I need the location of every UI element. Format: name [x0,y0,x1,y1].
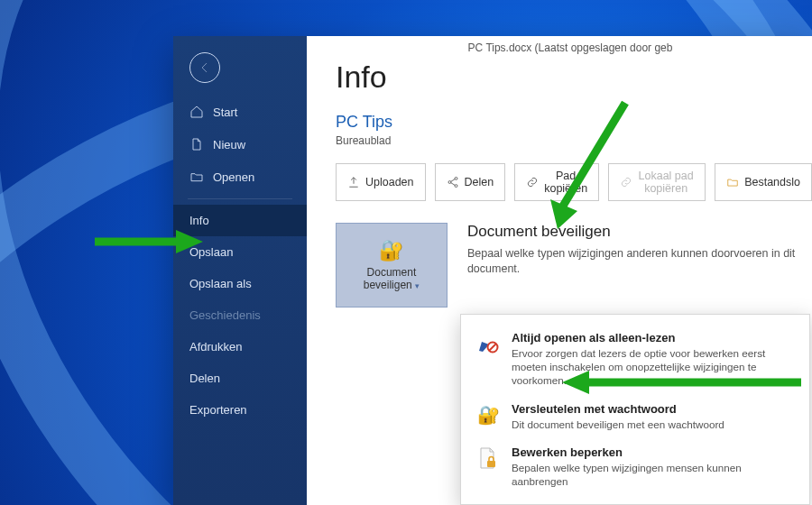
share-button[interactable]: Delen [435,163,506,201]
menu-item-restrict[interactable]: Bewerken beperken Bepalen welke typen wi… [461,438,809,495]
upload-icon [347,176,360,188]
folder-open-icon [189,170,204,184]
sidebar-item-label: Geschiedenis [189,308,261,322]
pen-prohibit-icon [475,331,501,356]
link-icon [620,176,632,188]
sidebar-item-open[interactable]: Openen [173,161,307,193]
menu-item-title: Bewerken beperken [512,445,795,459]
sidebar-item-saveas[interactable]: Opslaan als [173,268,307,299]
info-panel: Info PC Tips Bureaublad Uploaden Delen P… [307,36,812,505]
sidebar-item-label: Openen [213,170,254,184]
protect-document-button[interactable]: 🔐 Document beveiligen ▾ [336,223,448,308]
sidebar-separator [188,198,292,199]
link-icon [526,176,539,188]
document-name: PC Tips [336,113,812,132]
document-lock-icon [475,445,501,471]
sidebar-item-label: Opslaan [189,245,233,259]
button-label: Delen [465,176,494,188]
protect-document-menu: Altijd openen als alleen-lezen Ervoor zo… [460,314,810,505]
sidebar-item-print[interactable]: Afdrukken [173,331,307,363]
button-label: Pad kopiëren [544,170,587,195]
button-label: Lokaal pad kopiëren [638,170,694,195]
sidebar-item-label: Nieuw [213,138,245,152]
menu-item-desc: Dit document beveiligen met een wachtwoo… [512,418,724,431]
button-label-line1: Document [367,266,417,279]
copy-local-path-button: Lokaal pad kopiëren [608,163,706,201]
section-heading: Document beveiligen [467,223,812,241]
menu-item-readonly[interactable]: Altijd openen als alleen-lezen Ervoor zo… [461,324,809,395]
sidebar-item-info[interactable]: Info [173,205,307,236]
sidebar-item-label: Delen [189,372,220,385]
svg-point-0 [448,181,451,184]
home-icon [189,105,204,119]
chevron-down-icon: ▾ [415,281,420,290]
sidebar-item-export[interactable]: Exporteren [173,394,307,426]
button-label: Uploaden [365,176,414,188]
section-description: Bepaal welke typen wijzigingen anderen k… [467,246,812,277]
arrow-left-icon [198,61,211,74]
share-icon [447,176,459,188]
backstage-sidebar: Start Nieuw Openen Info Opslaan Opslaan … [173,36,307,505]
document-icon [189,137,204,152]
info-toolbar: Uploaden Delen Pad kopiëren Lokaal pad k… [336,163,812,201]
menu-item-desc: Ervoor zorgen dat lezers de optie voor b… [512,346,795,388]
svg-point-2 [455,185,457,188]
menu-item-desc: Bepalen welke typen wijzigingen mensen k… [512,461,795,488]
svg-point-1 [455,177,457,179]
sidebar-item-label: Start [213,106,237,119]
sidebar-item-label: Exporteren [189,403,247,417]
folder-icon [726,176,739,188]
svg-line-4 [489,344,496,351]
sidebar-item-start[interactable]: Start [173,96,307,128]
sidebar-item-new[interactable]: Nieuw [173,128,307,161]
upload-button[interactable]: Uploaden [336,163,426,201]
sidebar-item-label: Opslaan als [189,277,252,290]
copy-path-button[interactable]: Pad kopiëren [514,163,599,201]
sidebar-item-share[interactable]: Delen [173,363,307,394]
menu-item-encrypt[interactable]: 🔐 Versleutelen met wachtwoord Dit docume… [461,395,809,438]
menu-item-title: Altijd openen als alleen-lezen [512,331,795,344]
button-label-line2: beveiligen [364,279,412,291]
file-location-button[interactable]: Bestandslo [715,163,812,201]
sidebar-item-label: Info [189,214,209,227]
svg-rect-5 [487,461,495,467]
lock-key-icon: 🔐 [475,402,501,427]
back-button[interactable] [189,52,220,83]
menu-item-title: Versleutelen met wachtwoord [512,402,724,416]
sidebar-item-history[interactable]: Geschiedenis [173,299,307,331]
document-location: Bureaublad [336,134,812,147]
lock-key-icon: 🔐 [379,239,403,262]
word-backstage-window: PC Tips.docx (Laatst opgeslagen door geb… [173,36,812,505]
button-label: Bestandslo [744,176,800,188]
sidebar-item-save[interactable]: Opslaan [173,236,307,268]
sidebar-item-label: Afdrukken [189,340,243,354]
page-title: Info [336,60,812,95]
